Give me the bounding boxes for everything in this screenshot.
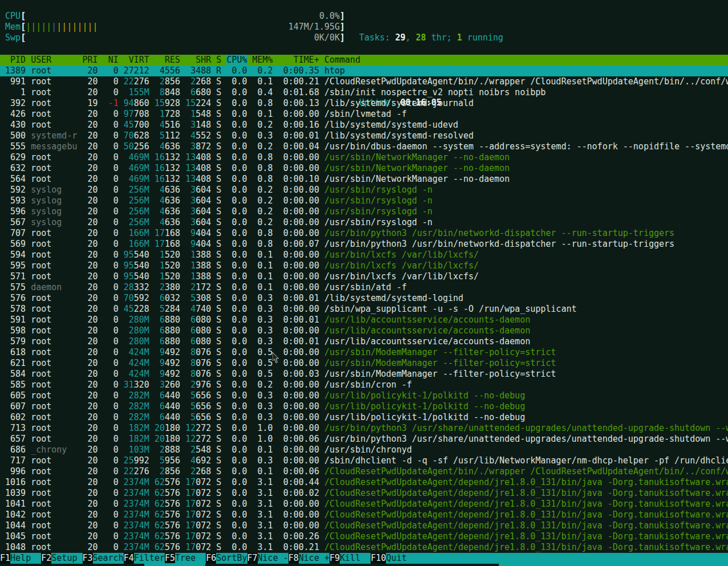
process-row[interactable]: 1045 root 20 0 2374M 62576 17072 S 0.0 3… bbox=[0, 531, 728, 542]
pid-cell: 579 bbox=[0, 336, 26, 347]
fkey-f5[interactable]: F5 bbox=[165, 553, 175, 564]
pri-cell: 20 bbox=[83, 455, 98, 466]
command-cell: /usr/lib/accountsservice/accounts-daemon bbox=[324, 315, 530, 325]
command-cell: /usr/bin/python3 /usr/bin/networkd-dispa… bbox=[324, 239, 674, 249]
process-row[interactable]: 1044 root 20 0 2374M 62576 17072 S 0.0 3… bbox=[0, 520, 728, 531]
column-header-pid[interactable]: PID bbox=[0, 55, 26, 65]
fkey-label-tree[interactable]: Tree bbox=[175, 553, 206, 564]
cpu-cell: 0.0 bbox=[226, 260, 247, 271]
column-header-s[interactable]: S bbox=[216, 55, 221, 65]
process-row[interactable]: 430 root 20 0 45700 4516 3148 S 0.0 0.2 … bbox=[0, 120, 728, 131]
process-row[interactable]: 1016 root 20 0 2374M 62576 17072 S 0.0 3… bbox=[0, 477, 728, 488]
cpu-cell: 0.0 bbox=[226, 228, 247, 238]
pri-cell: 20 bbox=[83, 282, 98, 292]
process-row[interactable]: 569 root 20 0 166M 17168 9404 S 0.0 0.8 … bbox=[0, 239, 728, 250]
command-cell: /CloudResetPwdUpdateAgent/depend/jre1.8.… bbox=[324, 542, 728, 552]
fkey-f10[interactable]: F10 bbox=[371, 553, 386, 564]
process-row[interactable]: 1 root 20 0 155M 8848 6680 S 0.0 0.4 0:0… bbox=[0, 87, 728, 98]
mem-cell: 0.3 bbox=[253, 131, 273, 141]
fkey-label-search[interactable]: Search bbox=[93, 553, 124, 564]
process-row[interactable]: 657 root 20 0 182M 20180 12272 S 0.0 1.0… bbox=[0, 434, 728, 445]
state-cell: S bbox=[216, 260, 221, 271]
process-row[interactable]: 592 syslog 20 0 256M 4636 3604 S 0.0 0.2… bbox=[0, 185, 728, 196]
pri-cell: 20 bbox=[83, 304, 98, 314]
process-row[interactable]: 596 syslog 20 0 256M 4636 3604 S 0.0 0.2… bbox=[0, 206, 728, 217]
process-row[interactable]: 564 root 20 0 469M 16132 13408 S 0.0 0.8… bbox=[0, 174, 728, 185]
process-row[interactable]: 426 root 20 0 97708 1728 1548 S 0.0 0.1 … bbox=[0, 109, 728, 120]
fkey-f6[interactable]: F6 bbox=[206, 553, 216, 564]
process-row[interactable]: 591 root 20 0 280M 6880 6080 S 0.0 0.3 0… bbox=[0, 315, 728, 325]
column-header-virt[interactable]: VIRT bbox=[124, 55, 149, 65]
mem-cell: 0.2 bbox=[253, 217, 273, 227]
process-row[interactable]: 575 daemon 20 0 28332 2380 2172 S 0.0 0.… bbox=[0, 282, 728, 293]
process-row[interactable]: 598 root 20 0 280M 6880 6080 S 0.0 0.3 0… bbox=[0, 325, 728, 336]
process-row[interactable]: 717 root 20 0 25992 5956 4692 S 0.0 0.3 … bbox=[0, 455, 728, 466]
fkey-f8[interactable]: F8 bbox=[288, 553, 299, 564]
fkey-label-filter[interactable]: Filter bbox=[134, 553, 165, 564]
fkey-f9[interactable]: F9 bbox=[330, 553, 340, 564]
process-row[interactable]: 392 root 19 -1 94860 15928 15224 S 0.0 0… bbox=[0, 98, 728, 109]
time-cell: 0:00.16 bbox=[278, 120, 319, 130]
process-row[interactable]: 500 systemd-r 20 0 70628 5112 4552 S 0.0… bbox=[0, 131, 728, 141]
process-row[interactable]: 618 root 20 0 424M 9492 8076 S 0.0 0.5 0… bbox=[0, 347, 728, 358]
pid-cell: 1041 bbox=[0, 499, 26, 509]
cpu-cell: 0.0 bbox=[226, 315, 247, 325]
fkey-f1[interactable]: F1 bbox=[0, 553, 10, 564]
process-row[interactable]: 1041 root 20 0 2374M 62576 17072 S 0.0 3… bbox=[0, 499, 728, 510]
mem-cell: 0.1 bbox=[253, 466, 273, 477]
column-header-command[interactable]: Command bbox=[324, 55, 360, 65]
fkey-f4[interactable]: F4 bbox=[124, 553, 134, 564]
process-row[interactable]: 594 root 20 0 95540 1520 1388 S 0.0 0.1 … bbox=[0, 250, 728, 260]
process-row[interactable]: 593 syslog 20 0 256M 4636 3604 S 0.0 0.2… bbox=[0, 196, 728, 206]
fkey-f3[interactable]: F3 bbox=[83, 553, 93, 564]
process-row[interactable]: 996 root 20 0 22276 2856 2268 S 0.0 0.1 … bbox=[0, 466, 728, 477]
command-cell: /CloudResetPwdUpdateAgent/depend/jre1.8.… bbox=[324, 488, 728, 498]
column-header-pri[interactable]: PRI bbox=[83, 55, 98, 65]
process-row[interactable]: 567 syslog 20 0 256M 4636 3604 S 0.0 0.2… bbox=[0, 217, 728, 228]
process-row[interactable]: 585 root 20 0 31320 3260 2976 S 0.0 0.2 … bbox=[0, 380, 728, 390]
fkey-f2[interactable]: F2 bbox=[41, 553, 51, 564]
process-row[interactable]: 686 _chrony 20 0 103M 2888 2548 S 0.0 0.… bbox=[0, 445, 728, 455]
process-row[interactable]: 584 root 20 0 424M 9492 8076 S 0.0 0.5 0… bbox=[0, 369, 728, 380]
fkey-f7[interactable]: F7 bbox=[247, 553, 258, 564]
fkey-label-kill[interactable]: Kill bbox=[340, 553, 371, 564]
process-row[interactable]: 991 root 20 0 22276 2856 2268 S 0.0 0.1 … bbox=[0, 76, 728, 87]
pid-cell: 592 bbox=[0, 185, 26, 195]
column-header-mem[interactable]: MEM% bbox=[253, 55, 273, 65]
process-row-selected[interactable]: 1389 root 20 0 27212 4556 3488 R 0.0 0.2… bbox=[0, 66, 728, 76]
process-row[interactable]: 1042 root 20 0 2374M 62576 17072 S 0.0 3… bbox=[0, 510, 728, 520]
pri-cell: 20 bbox=[83, 488, 98, 498]
fkey-label-quit[interactable]: Quit bbox=[386, 553, 417, 564]
pri-cell: 20 bbox=[83, 206, 98, 217]
column-header-time[interactable]: TIME+ bbox=[278, 55, 319, 65]
column-header-user[interactable]: USER bbox=[31, 55, 77, 65]
column-header-res[interactable]: RES bbox=[154, 55, 180, 65]
column-header-cpu[interactable]: CPU% bbox=[226, 55, 247, 65]
process-row[interactable]: 629 root 20 0 469M 16132 13408 S 0.0 0.8… bbox=[0, 152, 728, 163]
process-row[interactable]: 1039 root 20 0 2374M 62576 17072 S 0.0 3… bbox=[0, 488, 728, 499]
process-row[interactable]: 578 root 20 0 45228 5284 4740 S 0.0 0.3 … bbox=[0, 304, 728, 315]
column-header-shr[interactable]: SHR bbox=[185, 55, 211, 65]
process-row[interactable]: 602 root 20 0 282M 6440 5656 S 0.0 0.3 0… bbox=[0, 412, 728, 423]
fkey-label-nice -[interactable]: Nice - bbox=[258, 553, 288, 564]
fkey-label-nice +[interactable]: Nice + bbox=[299, 553, 330, 564]
fkey-label-help[interactable]: Help bbox=[10, 553, 41, 564]
process-row[interactable]: 605 root 20 0 282M 6440 5656 S 0.0 0.3 0… bbox=[0, 390, 728, 401]
process-row[interactable]: 607 root 20 0 282M 6440 5656 S 0.0 0.3 0… bbox=[0, 401, 728, 412]
time-cell: 0:00.00 bbox=[278, 380, 319, 390]
process-row[interactable]: 713 root 20 0 182M 20180 12272 S 0.0 1.0… bbox=[0, 423, 728, 434]
process-row[interactable]: 576 root 20 0 70592 6032 5308 S 0.0 0.3 … bbox=[0, 293, 728, 304]
process-row[interactable]: 632 root 20 0 469M 16132 13408 S 0.0 0.8… bbox=[0, 163, 728, 174]
fkey-label-sortby[interactable]: SortBy bbox=[216, 553, 247, 564]
process-row[interactable]: 1048 root 20 0 2374M 62576 17072 S 0.0 3… bbox=[0, 542, 728, 553]
process-row[interactable]: 555 messagebu 20 0 50256 4636 3872 S 0.0… bbox=[0, 141, 728, 152]
process-row[interactable]: 707 root 20 0 166M 17168 9404 S 0.0 0.8 … bbox=[0, 228, 728, 239]
process-row[interactable]: 595 root 20 0 95540 1520 1388 S 0.0 0.1 … bbox=[0, 260, 728, 271]
process-row[interactable]: 621 root 20 0 424M 9492 8076 S 0.0 0.5 0… bbox=[0, 358, 728, 369]
cpu-cell: 0.0 bbox=[226, 380, 247, 390]
meter-open-bracket: [ bbox=[21, 32, 26, 43]
fkey-label-setup[interactable]: Setup bbox=[51, 553, 82, 564]
process-row[interactable]: 579 root 20 0 280M 6880 6080 S 0.0 0.3 0… bbox=[0, 336, 728, 347]
column-header-ni[interactable]: NI bbox=[103, 55, 119, 65]
process-row[interactable]: 571 root 20 0 95540 1520 1388 S 0.0 0.1 … bbox=[0, 271, 728, 282]
